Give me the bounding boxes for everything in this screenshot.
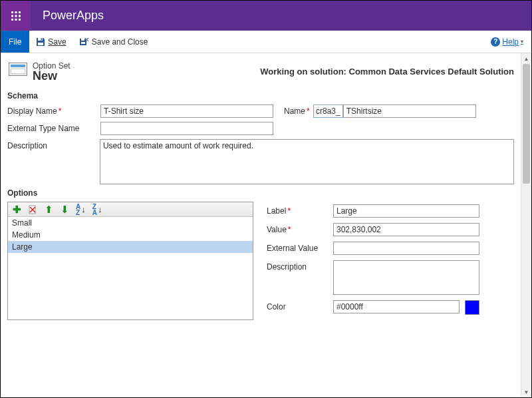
- save-and-close-button[interactable]: Save and Close: [73, 31, 155, 53]
- svg-rect-13: [81, 42, 85, 44]
- save-close-icon: [80, 37, 89, 47]
- option-external-value-input[interactable]: [333, 242, 479, 255]
- option-set-icon: [9, 63, 27, 76]
- svg-rect-2: [19, 11, 21, 13]
- name-input[interactable]: [343, 104, 476, 118]
- svg-rect-5: [19, 15, 21, 17]
- svg-rect-0: [11, 11, 13, 13]
- description-input[interactable]: [100, 139, 514, 184]
- save-icon: [36, 37, 45, 47]
- svg-rect-4: [15, 15, 17, 17]
- command-bar: File Save Save and Close ? Help ▾: [1, 31, 531, 53]
- option-value-label: Value*: [267, 223, 333, 234]
- option-color-input[interactable]: [333, 300, 460, 313]
- svg-rect-11: [41, 38, 43, 40]
- move-up-button[interactable]: ⬆: [43, 204, 55, 216]
- scroll-down-icon[interactable]: ▼: [521, 387, 531, 397]
- svg-rect-12: [81, 39, 84, 41]
- option-item[interactable]: Large: [8, 241, 253, 253]
- app-launcher-button[interactable]: [1, 1, 31, 31]
- help-button[interactable]: ? Help ▾: [483, 31, 531, 53]
- option-item[interactable]: Small: [8, 217, 253, 229]
- svg-rect-3: [11, 15, 13, 17]
- option-description-label: Description: [267, 260, 333, 272]
- external-type-label: External Type Name: [7, 122, 100, 133]
- delete-option-button[interactable]: [27, 204, 39, 216]
- save-button[interactable]: Save: [29, 31, 72, 53]
- move-down-button[interactable]: ⬇: [59, 204, 70, 216]
- options-section-title: Options: [7, 188, 514, 198]
- option-value-input[interactable]: [333, 223, 479, 236]
- save-close-label: Save and Close: [92, 37, 148, 47]
- svg-rect-7: [15, 19, 17, 21]
- file-button[interactable]: File: [1, 31, 29, 53]
- description-label: Description: [7, 139, 100, 150]
- option-label-input[interactable]: [333, 204, 479, 218]
- schema-section-title: Schema: [7, 91, 514, 100]
- vertical-scrollbar[interactable]: ▲ ▼: [521, 53, 531, 397]
- option-label-label: Label*: [267, 204, 333, 216]
- name-prefix: cr8a3_: [313, 104, 343, 118]
- chevron-down-icon: ▾: [521, 39, 523, 45]
- help-icon: ?: [491, 37, 500, 47]
- option-item[interactable]: Medium: [8, 229, 253, 241]
- svg-rect-6: [11, 19, 13, 21]
- svg-rect-10: [38, 43, 43, 45]
- svg-rect-8: [19, 19, 21, 21]
- sort-asc-button[interactable]: AZ↓: [74, 204, 87, 216]
- sort-desc-button[interactable]: ZA↓: [91, 204, 104, 216]
- help-label: Help: [502, 37, 519, 47]
- display-name-input[interactable]: [100, 104, 273, 118]
- svg-rect-1: [15, 11, 17, 13]
- scroll-thumb[interactable]: [523, 64, 530, 184]
- app-title: PowerApps: [43, 9, 104, 23]
- page-heading: Option Set New Working on solution: Comm…: [7, 53, 514, 87]
- option-description-input[interactable]: [333, 260, 479, 295]
- options-list[interactable]: SmallMediumLarge: [8, 217, 253, 317]
- option-color-label: Color: [267, 300, 333, 311]
- options-list-box: ✚ ⬆ ⬇ AZ↓ ZA↓ SmallMediumLarge: [7, 202, 253, 320]
- option-color-swatch[interactable]: [465, 300, 479, 315]
- option-detail-panel: Label* Value* External Value Description…: [267, 202, 514, 320]
- options-toolbar: ✚ ⬆ ⬇ AZ↓ ZA↓: [8, 202, 253, 217]
- display-name-label: Display Name*: [7, 104, 100, 116]
- top-header: PowerApps: [1, 1, 531, 31]
- save-label: Save: [48, 37, 66, 47]
- external-type-input[interactable]: [100, 122, 273, 135]
- option-external-value-label: External Value: [267, 242, 333, 253]
- add-option-button[interactable]: ✚: [11, 204, 23, 216]
- content-area: Option Set New Working on solution: Comm…: [1, 53, 521, 397]
- page-title: New: [33, 69, 70, 83]
- scroll-up-icon[interactable]: ▲: [521, 54, 531, 63]
- name-label: Name*: [273, 104, 313, 116]
- solution-message: Working on solution: Common Data Service…: [260, 61, 514, 77]
